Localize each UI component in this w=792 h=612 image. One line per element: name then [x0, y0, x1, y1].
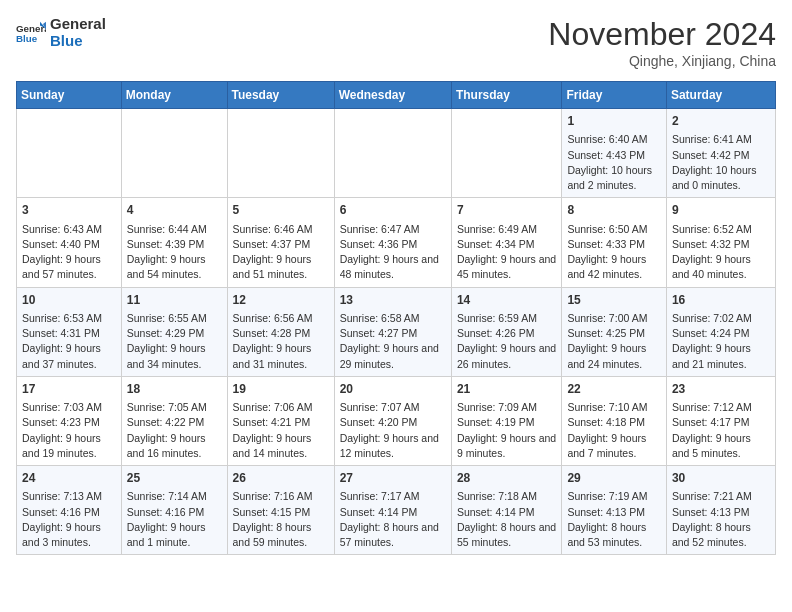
- day-detail: Sunset: 4:33 PM: [567, 237, 660, 252]
- calendar-cell: 30Sunrise: 7:21 AMSunset: 4:13 PMDayligh…: [666, 466, 775, 555]
- day-detail: Sunset: 4:43 PM: [567, 148, 660, 163]
- day-detail: Daylight: 9 hours and 14 minutes.: [233, 431, 329, 461]
- day-detail: Sunset: 4:17 PM: [672, 415, 770, 430]
- day-detail: Daylight: 9 hours and 45 minutes.: [457, 252, 557, 282]
- day-detail: Daylight: 8 hours and 53 minutes.: [567, 520, 660, 550]
- day-number: 16: [672, 292, 770, 309]
- calendar-week-row: 3Sunrise: 6:43 AMSunset: 4:40 PMDaylight…: [17, 198, 776, 287]
- day-detail: Sunrise: 7:18 AM: [457, 489, 557, 504]
- day-detail: Sunset: 4:13 PM: [567, 505, 660, 520]
- weekday-header-thursday: Thursday: [451, 82, 562, 109]
- day-detail: Sunset: 4:23 PM: [22, 415, 116, 430]
- day-detail: Sunrise: 6:41 AM: [672, 132, 770, 147]
- logo: General Blue General Blue: [16, 16, 106, 49]
- day-detail: Sunrise: 7:00 AM: [567, 311, 660, 326]
- day-detail: Sunrise: 6:52 AM: [672, 222, 770, 237]
- day-number: 10: [22, 292, 116, 309]
- weekday-header-saturday: Saturday: [666, 82, 775, 109]
- day-detail: Sunrise: 6:46 AM: [233, 222, 329, 237]
- svg-text:Blue: Blue: [16, 33, 38, 44]
- calendar-cell: 18Sunrise: 7:05 AMSunset: 4:22 PMDayligh…: [121, 376, 227, 465]
- day-detail: Sunrise: 6:47 AM: [340, 222, 446, 237]
- day-detail: Sunset: 4:14 PM: [340, 505, 446, 520]
- day-detail: Sunset: 4:19 PM: [457, 415, 557, 430]
- day-detail: Daylight: 9 hours and 3 minutes.: [22, 520, 116, 550]
- calendar-cell: [17, 109, 122, 198]
- day-number: 7: [457, 202, 557, 219]
- day-detail: Sunrise: 6:49 AM: [457, 222, 557, 237]
- day-detail: Sunset: 4:16 PM: [22, 505, 116, 520]
- day-detail: Sunset: 4:21 PM: [233, 415, 329, 430]
- calendar-cell: 22Sunrise: 7:10 AMSunset: 4:18 PMDayligh…: [562, 376, 666, 465]
- logo-general: General: [50, 16, 106, 33]
- day-number: 23: [672, 381, 770, 398]
- calendar-cell: 8Sunrise: 6:50 AMSunset: 4:33 PMDaylight…: [562, 198, 666, 287]
- day-number: 6: [340, 202, 446, 219]
- day-detail: Sunrise: 7:14 AM: [127, 489, 222, 504]
- day-detail: Sunset: 4:26 PM: [457, 326, 557, 341]
- day-detail: Sunset: 4:27 PM: [340, 326, 446, 341]
- calendar-cell: [121, 109, 227, 198]
- day-detail: Daylight: 10 hours and 2 minutes.: [567, 163, 660, 193]
- day-number: 8: [567, 202, 660, 219]
- day-detail: Daylight: 9 hours and 34 minutes.: [127, 341, 222, 371]
- logo-blue: Blue: [50, 33, 106, 50]
- day-detail: Sunrise: 6:59 AM: [457, 311, 557, 326]
- day-detail: Daylight: 9 hours and 54 minutes.: [127, 252, 222, 282]
- day-detail: Daylight: 9 hours and 31 minutes.: [233, 341, 329, 371]
- calendar-cell: 29Sunrise: 7:19 AMSunset: 4:13 PMDayligh…: [562, 466, 666, 555]
- calendar-body: 1Sunrise: 6:40 AMSunset: 4:43 PMDaylight…: [17, 109, 776, 555]
- day-number: 15: [567, 292, 660, 309]
- day-detail: Daylight: 9 hours and 24 minutes.: [567, 341, 660, 371]
- calendar-cell: 15Sunrise: 7:00 AMSunset: 4:25 PMDayligh…: [562, 287, 666, 376]
- calendar-cell: 26Sunrise: 7:16 AMSunset: 4:15 PMDayligh…: [227, 466, 334, 555]
- day-detail: Daylight: 10 hours and 0 minutes.: [672, 163, 770, 193]
- day-detail: Daylight: 9 hours and 1 minute.: [127, 520, 222, 550]
- calendar-table: SundayMondayTuesdayWednesdayThursdayFrid…: [16, 81, 776, 555]
- day-number: 18: [127, 381, 222, 398]
- calendar-cell: 24Sunrise: 7:13 AMSunset: 4:16 PMDayligh…: [17, 466, 122, 555]
- day-number: 3: [22, 202, 116, 219]
- day-detail: Sunset: 4:16 PM: [127, 505, 222, 520]
- day-detail: Daylight: 9 hours and 19 minutes.: [22, 431, 116, 461]
- calendar-header: SundayMondayTuesdayWednesdayThursdayFrid…: [17, 82, 776, 109]
- calendar-cell: 4Sunrise: 6:44 AMSunset: 4:39 PMDaylight…: [121, 198, 227, 287]
- day-detail: Sunset: 4:34 PM: [457, 237, 557, 252]
- calendar-cell: 10Sunrise: 6:53 AMSunset: 4:31 PMDayligh…: [17, 287, 122, 376]
- page-header: General Blue General Blue November 2024 …: [16, 16, 776, 69]
- day-detail: Sunrise: 7:09 AM: [457, 400, 557, 415]
- day-detail: Sunset: 4:28 PM: [233, 326, 329, 341]
- calendar-cell: 21Sunrise: 7:09 AMSunset: 4:19 PMDayligh…: [451, 376, 562, 465]
- day-detail: Sunrise: 6:53 AM: [22, 311, 116, 326]
- weekday-header-friday: Friday: [562, 82, 666, 109]
- calendar-cell: [451, 109, 562, 198]
- day-number: 26: [233, 470, 329, 487]
- day-detail: Sunset: 4:37 PM: [233, 237, 329, 252]
- calendar-cell: 23Sunrise: 7:12 AMSunset: 4:17 PMDayligh…: [666, 376, 775, 465]
- day-detail: Sunrise: 6:56 AM: [233, 311, 329, 326]
- day-detail: Sunrise: 6:55 AM: [127, 311, 222, 326]
- day-number: 13: [340, 292, 446, 309]
- calendar-week-row: 17Sunrise: 7:03 AMSunset: 4:23 PMDayligh…: [17, 376, 776, 465]
- day-detail: Sunrise: 6:40 AM: [567, 132, 660, 147]
- day-detail: Sunrise: 7:10 AM: [567, 400, 660, 415]
- location: Qinghe, Xinjiang, China: [548, 53, 776, 69]
- day-number: 5: [233, 202, 329, 219]
- day-number: 28: [457, 470, 557, 487]
- day-number: 30: [672, 470, 770, 487]
- calendar-cell: 2Sunrise: 6:41 AMSunset: 4:42 PMDaylight…: [666, 109, 775, 198]
- day-detail: Daylight: 8 hours and 59 minutes.: [233, 520, 329, 550]
- day-number: 12: [233, 292, 329, 309]
- day-detail: Sunset: 4:24 PM: [672, 326, 770, 341]
- day-detail: Sunset: 4:39 PM: [127, 237, 222, 252]
- calendar-cell: 1Sunrise: 6:40 AMSunset: 4:43 PMDaylight…: [562, 109, 666, 198]
- calendar-cell: 17Sunrise: 7:03 AMSunset: 4:23 PMDayligh…: [17, 376, 122, 465]
- calendar-week-row: 10Sunrise: 6:53 AMSunset: 4:31 PMDayligh…: [17, 287, 776, 376]
- day-detail: Sunrise: 7:13 AM: [22, 489, 116, 504]
- calendar-cell: 16Sunrise: 7:02 AMSunset: 4:24 PMDayligh…: [666, 287, 775, 376]
- day-number: 21: [457, 381, 557, 398]
- day-detail: Sunset: 4:29 PM: [127, 326, 222, 341]
- day-detail: Sunset: 4:20 PM: [340, 415, 446, 430]
- day-number: 9: [672, 202, 770, 219]
- weekday-header-wednesday: Wednesday: [334, 82, 451, 109]
